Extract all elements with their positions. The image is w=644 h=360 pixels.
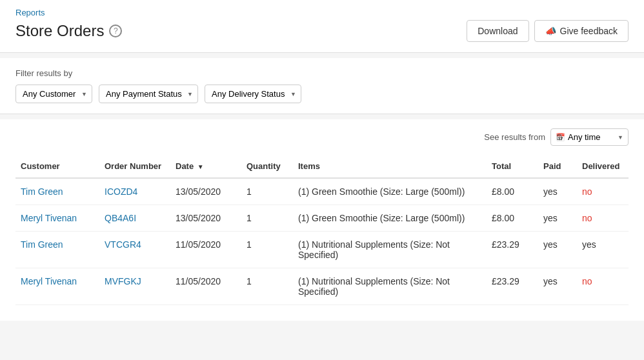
cell-total: £8.00	[487, 205, 538, 232]
cell-date: 13/05/2020	[170, 205, 241, 232]
cell-items: (1) Green Smoothie (Size: Large (500ml))	[293, 178, 487, 205]
order-link[interactable]: MVFGKJ	[105, 276, 141, 286]
page-title-text: Store Orders	[15, 22, 104, 40]
filter-row: Any Customer Any Payment Status Any Deli…	[15, 85, 629, 103]
cell-date: 11/05/2020	[170, 232, 241, 268]
col-header-quantity: Quantity	[241, 155, 293, 178]
cell-total: £23.29	[487, 232, 538, 268]
customer-filter[interactable]: Any Customer	[15, 85, 92, 103]
cell-delivered: yes	[577, 232, 629, 268]
col-header-items: Items	[293, 155, 487, 178]
cell-date: 13/05/2020	[170, 178, 241, 205]
order-link[interactable]: ICOZD4	[105, 186, 137, 197]
cell-customer: Meryl Tivenan	[15, 205, 99, 232]
cell-quantity: 1	[241, 232, 293, 268]
give-feedback-button[interactable]: 📣 Give feedback	[534, 20, 629, 42]
cell-order: QB4A6I	[99, 205, 170, 232]
table-row: Tim Green VTCGR4 11/05/2020 1 (1) Nutrit…	[15, 232, 629, 268]
breadcrumb-link[interactable]: Reports	[15, 8, 45, 17]
col-header-date[interactable]: Date ▼	[170, 155, 241, 178]
time-select-wrapper: 🗓 Any time Today This week This month	[550, 128, 629, 146]
cell-items: (1) Nutritional Supplements (Size: Not S…	[293, 232, 487, 268]
cell-order: MVFGKJ	[99, 268, 170, 305]
feedback-label: Give feedback	[560, 26, 618, 36]
help-icon[interactable]: ?	[109, 25, 122, 37]
table-header: Customer Order Number Date ▼ Quantity It…	[15, 155, 629, 178]
cell-customer: Tim Green	[15, 178, 99, 205]
payment-filter[interactable]: Any Payment Status	[99, 85, 198, 103]
col-header-total: Total	[487, 155, 538, 178]
delivered-status: no	[582, 213, 592, 223]
customer-link[interactable]: Meryl Tivenan	[21, 276, 77, 286]
cell-paid: yes	[538, 178, 577, 205]
orders-table: Customer Order Number Date ▼ Quantity It…	[15, 155, 629, 305]
payment-filter-wrapper: Any Payment Status	[99, 85, 198, 103]
cell-delivered: no	[577, 268, 629, 305]
col-header-delivered: Delivered	[577, 155, 629, 178]
header-actions: Download 📣 Give feedback	[467, 20, 629, 42]
cell-paid: yes	[538, 232, 577, 268]
cell-customer: Tim Green	[15, 232, 99, 268]
cell-quantity: 1	[241, 268, 293, 305]
table-row: Tim Green ICOZD4 13/05/2020 1 (1) Green …	[15, 178, 629, 205]
cell-order: ICOZD4	[99, 178, 170, 205]
delivery-filter-wrapper: Any Delivery Status	[205, 85, 301, 103]
delivered-status: no	[582, 186, 592, 197]
cell-total: £8.00	[487, 178, 538, 205]
download-button[interactable]: Download	[467, 20, 528, 42]
delivered-status: no	[582, 276, 592, 286]
delivery-filter[interactable]: Any Delivery Status	[205, 85, 301, 103]
cell-customer: Meryl Tivenan	[15, 268, 99, 305]
breadcrumb[interactable]: Reports	[15, 8, 629, 17]
order-link[interactable]: QB4A6I	[105, 213, 136, 223]
results-top-bar: See results from 🗓 Any time Today This w…	[15, 119, 629, 155]
megaphone-icon: 📣	[545, 26, 556, 36]
page-title: Store Orders ?	[15, 22, 122, 40]
results-section: See results from 🗓 Any time Today This w…	[0, 119, 644, 321]
time-select[interactable]: Any time Today This week This month	[550, 128, 629, 146]
cell-delivered: no	[577, 205, 629, 232]
delivered-status: yes	[582, 239, 596, 250]
table-body: Tim Green ICOZD4 13/05/2020 1 (1) Green …	[15, 178, 629, 305]
cell-delivered: no	[577, 178, 629, 205]
customer-link[interactable]: Tim Green	[21, 186, 63, 197]
cell-quantity: 1	[241, 205, 293, 232]
customer-link[interactable]: Tim Green	[21, 239, 63, 250]
cell-items: (1) Green Smoothie (Size: Large (500ml))	[293, 205, 487, 232]
cell-items: (1) Nutritional Supplements (Size: Not S…	[293, 268, 487, 305]
cell-quantity: 1	[241, 178, 293, 205]
col-header-paid: Paid	[538, 155, 577, 178]
sort-icon: ▼	[197, 163, 204, 170]
col-header-order: Order Number	[99, 155, 170, 178]
table-row: Meryl Tivenan QB4A6I 13/05/2020 1 (1) Gr…	[15, 205, 629, 232]
table-row: Meryl Tivenan MVFGKJ 11/05/2020 1 (1) Nu…	[15, 268, 629, 305]
see-results-from-label: See results from	[484, 132, 545, 142]
customer-filter-wrapper: Any Customer	[15, 85, 92, 103]
col-header-customer: Customer	[15, 155, 99, 178]
filter-section: Filter results by Any Customer Any Payme…	[0, 58, 644, 114]
page-header: Reports Store Orders ? Download 📣 Give f…	[0, 0, 644, 53]
cell-total: £23.29	[487, 268, 538, 305]
cell-paid: yes	[538, 268, 577, 305]
cell-date: 11/05/2020	[170, 268, 241, 305]
cell-paid: yes	[538, 205, 577, 232]
order-link[interactable]: VTCGR4	[105, 239, 141, 250]
customer-link[interactable]: Meryl Tivenan	[21, 213, 77, 223]
filter-label: Filter results by	[15, 68, 629, 78]
cell-order: VTCGR4	[99, 232, 170, 268]
